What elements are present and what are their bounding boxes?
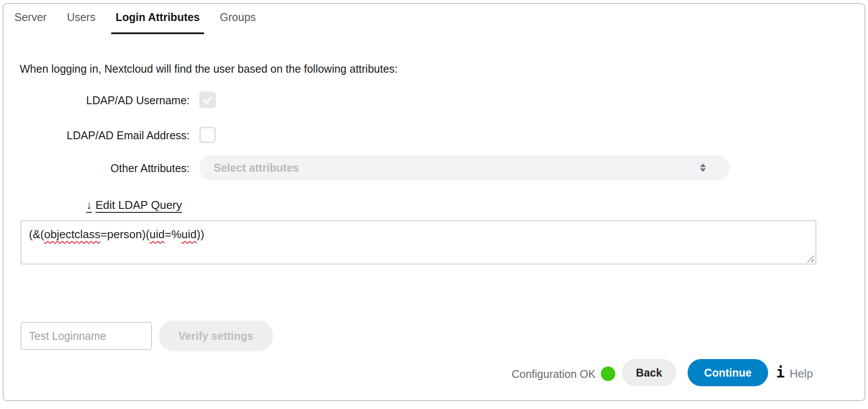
- tab-groups[interactable]: Groups: [215, 0, 260, 34]
- info-icon: i: [776, 365, 785, 380]
- tab-users[interactable]: Users: [63, 0, 100, 34]
- intro-text: When logging in, Nextcloud will find the…: [20, 63, 398, 75]
- username-label: LDAP/AD Username:: [14, 94, 190, 107]
- resize-handle-icon[interactable]: [805, 253, 814, 262]
- test-loginname-input[interactable]: [21, 322, 152, 350]
- verify-settings-button: Verify settings: [159, 321, 273, 351]
- continue-button[interactable]: Continue: [688, 359, 768, 386]
- tab-server[interactable]: Server: [10, 0, 51, 34]
- tab-login-attributes[interactable]: Login Attributes: [111, 0, 204, 34]
- email-checkbox[interactable]: [199, 127, 216, 143]
- back-button[interactable]: Back: [622, 359, 676, 386]
- edit-ldap-query-link[interactable]: ↓Edit LDAP Query: [86, 198, 182, 212]
- other-attributes-label: Other Attributes:: [14, 162, 190, 175]
- ldap-query-value: (&(objectclass=person)(uid=%uid)): [29, 228, 204, 241]
- help-link[interactable]: i Help: [776, 365, 813, 381]
- configuration-status-text: Configuration OK: [455, 368, 596, 381]
- sort-arrows-icon: [700, 164, 706, 172]
- down-arrow-icon: ↓: [86, 198, 92, 212]
- attributes-select-placeholder: Select attributes: [214, 162, 299, 174]
- username-checkbox: [199, 92, 216, 108]
- attributes-select[interactable]: Select attributes: [199, 155, 730, 180]
- status-ok-dot-icon: [601, 367, 615, 381]
- ldap-query-textbox[interactable]: (&(objectclass=person)(uid=%uid)): [21, 220, 816, 264]
- tab-bar: Server Users Login Attributes Groups: [10, 0, 260, 34]
- email-label: LDAP/AD Email Address:: [14, 129, 190, 142]
- ldap-wizard: Server Users Login Attributes Groups Whe…: [0, 0, 868, 409]
- edit-ldap-query-label: Edit LDAP Query: [95, 198, 182, 212]
- checkmark-icon: [202, 94, 213, 106]
- help-label: Help: [790, 367, 813, 381]
